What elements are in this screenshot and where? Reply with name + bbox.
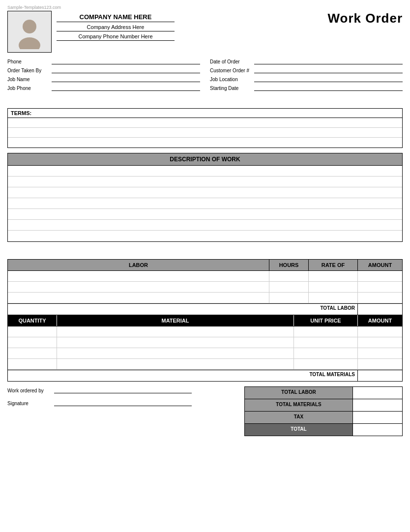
desc-row-4[interactable] [8, 198, 402, 209]
desc-row-5[interactable] [8, 209, 402, 220]
totals-value-total[interactable] [353, 424, 402, 436]
desc-row-1[interactable] [8, 166, 402, 177]
material-data-row-1[interactable] [8, 326, 402, 337]
labor-cell-3-4[interactable] [358, 293, 402, 303]
labor-cell-2-2[interactable] [269, 282, 309, 292]
svg-point-1 [19, 37, 40, 49]
terms-section: TERMS: [7, 108, 403, 148]
phone-input[interactable] [52, 58, 200, 64]
material-cell-3-1[interactable] [8, 348, 57, 358]
phone-label: Phone [7, 59, 49, 64]
labor-cell-3-3[interactable] [309, 293, 358, 303]
material-cell-2-1[interactable] [8, 337, 57, 348]
labor-cell-3-2[interactable] [269, 293, 309, 303]
material-cell-4-3[interactable] [294, 359, 358, 369]
signature-input[interactable] [54, 399, 192, 406]
desc-row-7[interactable] [8, 231, 402, 241]
terms-row-1[interactable] [8, 118, 402, 128]
labor-cell-1-1[interactable] [8, 271, 269, 281]
labor-cell-3-1[interactable] [8, 293, 269, 303]
labor-cell-1-4[interactable] [358, 271, 402, 281]
signature-label: Signature [7, 401, 52, 406]
date-of-order-label: Date of Order [210, 59, 252, 64]
form-row-phone: Phone [7, 58, 200, 64]
header-left: COMPANY NAME HERE Company Address Here C… [7, 11, 175, 53]
material-col-qty: QUANTITY [8, 315, 57, 326]
material-cell-2-3[interactable] [294, 337, 358, 348]
totals-row-tax: TAX [245, 412, 402, 424]
labor-cell-1-3[interactable] [309, 271, 358, 281]
material-cell-4-2[interactable] [57, 359, 294, 369]
material-cell-3-4[interactable] [358, 348, 402, 358]
material-total-row: TOTAL MATERIALS [8, 370, 402, 381]
job-location-input[interactable] [254, 75, 403, 82]
totals-row-labor: TOTAL LABOR [245, 387, 402, 399]
material-cell-2-2[interactable] [57, 337, 294, 348]
totals-label-total: TOTAL [245, 424, 353, 436]
desc-row-2[interactable] [8, 177, 402, 187]
date-of-order-input[interactable] [254, 58, 403, 64]
totals-label-materials: TOTAL MATERIALS [245, 399, 353, 411]
labor-cell-2-4[interactable] [358, 282, 402, 292]
starting-date-input[interactable] [254, 84, 403, 91]
material-total-value[interactable] [358, 370, 402, 381]
terms-row-3[interactable] [8, 138, 402, 148]
svg-point-0 [23, 20, 36, 33]
terms-header: TERMS: [8, 109, 402, 118]
form-left: Phone Order Taken By Job Name Job Phone [7, 58, 200, 91]
material-data-row-4[interactable] [8, 359, 402, 370]
job-phone-label: Job Phone [7, 86, 49, 91]
material-cell-3-3[interactable] [294, 348, 358, 358]
totals-value-materials[interactable] [353, 399, 402, 411]
work-ordered-label: Work ordered by [7, 388, 52, 393]
material-cell-1-1[interactable] [8, 326, 57, 337]
labor-total-value[interactable] [358, 304, 402, 315]
labor-data-row-2[interactable] [8, 282, 402, 293]
labor-section: LABOR HOURS RATE OF AMOUNT TOTAL LABOR Q… [7, 259, 403, 382]
labor-cell-2-3[interactable] [309, 282, 358, 292]
terms-row-2[interactable] [8, 128, 402, 138]
material-cell-3-2[interactable] [57, 348, 294, 358]
work-ordered-input[interactable] [54, 386, 192, 393]
job-phone-input[interactable] [52, 84, 200, 91]
material-cell-1-3[interactable] [294, 326, 358, 337]
customer-order-input[interactable] [254, 66, 403, 73]
material-cell-2-4[interactable] [358, 337, 402, 348]
job-name-input[interactable] [52, 75, 200, 82]
company-name: COMPANY NAME HERE [57, 13, 175, 22]
labor-data-row-1[interactable] [8, 271, 402, 282]
material-col-unit: UNIT PRICE [294, 315, 358, 326]
labor-cell-2-1[interactable] [8, 282, 269, 292]
material-cell-4-4[interactable] [358, 359, 402, 369]
header: COMPANY NAME HERE Company Address Here C… [7, 11, 403, 53]
material-col-amount: AMOUNT [358, 315, 402, 326]
form-row-date-of-order: Date of Order [210, 58, 403, 64]
totals-value-labor[interactable] [353, 387, 402, 399]
form-row-starting-date: Starting Date [210, 84, 403, 91]
desc-row-6[interactable] [8, 220, 402, 231]
totals-label-tax: TAX [245, 412, 353, 423]
labor-col-hours: HOURS [269, 260, 309, 270]
signature-row: Signature [7, 399, 234, 406]
totals-label-labor: TOTAL LABOR [245, 387, 353, 399]
labor-cell-1-2[interactable] [269, 271, 309, 281]
form-section: Phone Order Taken By Job Name Job Phone … [7, 58, 403, 91]
material-data-row-3[interactable] [8, 348, 402, 359]
order-taken-by-input[interactable] [52, 66, 200, 73]
watermark: Sample-Templates123.com [7, 5, 403, 10]
desc-row-3[interactable] [8, 187, 402, 198]
company-address: Company Address Here [57, 24, 175, 31]
totals-table: TOTAL LABOR TOTAL MATERIALS TAX TOTAL [244, 386, 403, 436]
form-right: Date of Order Customer Order # Job Locat… [210, 58, 403, 91]
material-cell-1-4[interactable] [358, 326, 402, 337]
work-ordered-row: Work ordered by [7, 386, 234, 393]
description-section: DESCRIPTION OF WORK [7, 153, 403, 242]
material-data-row-2[interactable] [8, 337, 402, 348]
material-cell-4-1[interactable] [8, 359, 57, 369]
job-name-label: Job Name [7, 77, 49, 82]
material-total-label: TOTAL MATERIALS [8, 370, 358, 381]
totals-value-tax[interactable] [353, 412, 402, 423]
labor-data-row-3[interactable] [8, 293, 402, 303]
material-cell-1-2[interactable] [57, 326, 294, 337]
summary-section: Work ordered by Signature TOTAL LABOR TO… [7, 386, 403, 436]
